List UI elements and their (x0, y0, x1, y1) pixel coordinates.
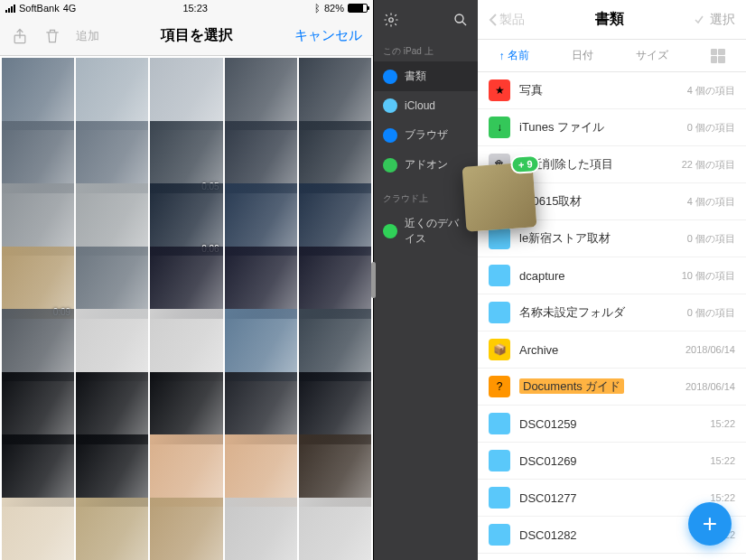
carrier-label: SoftBank (19, 3, 60, 14)
photo-thumb[interactable] (225, 247, 297, 319)
file-row[interactable]: DSC0126915:22 (478, 443, 746, 480)
sidebar-item[interactable]: 近くのデバイス (374, 209, 478, 254)
file-row[interactable]: 名称未設定フォルダ0 個の項目 (478, 294, 746, 331)
file-row[interactable]: ↓iTunes ファイル0 個の項目 (478, 109, 746, 146)
photo-thumb[interactable]: 0:09 (2, 247, 74, 319)
file-row[interactable]: ★写真4 個の項目 (478, 72, 746, 109)
file-row[interactable]: dcapture10 個の項目 (478, 257, 746, 294)
file-name: Archive (519, 343, 676, 357)
photo-thumb[interactable] (225, 434, 297, 507)
photo-thumb[interactable]: 0:05 (150, 121, 222, 193)
sort-name[interactable]: ↑ 名前 (499, 48, 529, 63)
file-row[interactable]: ?Documents ガイド2018/06/14 (478, 369, 746, 406)
network-label: 4G (63, 3, 77, 14)
photo-thumb[interactable] (76, 434, 148, 507)
photo-thumb[interactable] (225, 58, 297, 130)
photo-thumb[interactable] (2, 58, 74, 130)
add-label[interactable]: 追加 (76, 28, 99, 44)
content-header: 製品 書類 選択 (478, 0, 746, 40)
sidebar: この iPad 上 書類iCloudブラウザアドオン クラウド上 近くのデバイス (374, 0, 478, 560)
search-icon[interactable] (452, 12, 469, 28)
status-bar: SoftBank 4G 15:23 ᛒ 82% (0, 0, 373, 16)
sidebar-item[interactable]: iCloud (374, 91, 478, 120)
photo-thumb[interactable] (150, 58, 222, 130)
photo-thumb[interactable] (150, 434, 222, 507)
photo-thumb[interactable] (299, 498, 371, 561)
sidebar-item-label: iCloud (405, 99, 435, 112)
photo-thumb[interactable] (76, 121, 148, 193)
photo-thumb[interactable] (76, 372, 148, 444)
file-name: DSC01282 (519, 528, 701, 542)
sidebar-item-icon (383, 158, 397, 173)
photo-thumb[interactable] (76, 183, 148, 256)
file-row[interactable]: DSC0125915:22 (478, 406, 746, 443)
photo-thumb[interactable] (2, 121, 74, 193)
photo-thumb[interactable] (299, 372, 371, 444)
documents-app: この iPad 上 書類iCloudブラウザアドオン クラウド上 近くのデバイス… (373, 0, 746, 560)
photo-thumb[interactable] (150, 247, 222, 319)
sort-size[interactable]: サイズ (636, 48, 668, 63)
signal-icon (5, 5, 15, 13)
file-icon (489, 487, 510, 509)
view-grid-icon[interactable] (711, 49, 725, 63)
cancel-button[interactable]: キャンセル (294, 27, 362, 44)
photo-thumb[interactable] (2, 434, 74, 507)
file-row[interactable]: 📦Archive2018/06/14 (478, 331, 746, 369)
photo-thumb[interactable] (299, 183, 371, 256)
file-icon (489, 265, 510, 286)
photo-thumb[interactable] (225, 498, 297, 561)
sort-date[interactable]: 日付 (572, 48, 593, 63)
photo-thumb[interactable] (76, 58, 148, 130)
sidebar-item[interactable]: 書類 (374, 61, 478, 91)
photo-thumb[interactable] (225, 309, 297, 381)
content-pane: 製品 書類 選択 ↑ 名前 日付 サイズ ★写真4 個の項目↓iTunes ファ… (478, 0, 746, 560)
drag-preview[interactable]: + 9 (462, 162, 537, 231)
photo-thumb[interactable] (299, 434, 371, 507)
share-icon[interactable] (11, 27, 29, 45)
add-fab[interactable]: + (688, 502, 732, 546)
photo-thumb[interactable] (150, 498, 222, 561)
photo-thumb[interactable] (150, 309, 222, 381)
photo-thumb[interactable] (2, 498, 74, 561)
file-meta: 15:22 (710, 455, 735, 466)
battery-pct: 82% (324, 3, 344, 14)
photo-thumb[interactable] (2, 309, 74, 381)
photo-thumb[interactable] (225, 372, 297, 444)
split-view-handle[interactable] (371, 262, 376, 298)
file-name: 最近削除した項目 (519, 156, 673, 173)
sidebar-item[interactable]: ブラウザ (374, 120, 478, 150)
settings-icon[interactable] (383, 12, 399, 28)
photo-thumb[interactable] (2, 372, 74, 444)
file-meta: 4 個の項目 (687, 84, 735, 98)
photo-thumb[interactable] (2, 183, 74, 256)
select-button[interactable]: 選択 (694, 12, 735, 28)
photo-thumb[interactable] (299, 309, 371, 381)
sidebar-item-icon (383, 98, 397, 113)
battery-icon (348, 4, 368, 13)
sidebar-item-label: 近くのデバイス (405, 216, 469, 247)
photo-thumb[interactable] (225, 121, 297, 193)
photo-thumb[interactable] (299, 58, 371, 130)
file-list[interactable]: ★写真4 個の項目↓iTunes ファイル0 個の項目🗑最近削除した項目22 個… (478, 72, 746, 560)
file-icon (489, 302, 510, 323)
photo-thumb[interactable] (76, 498, 148, 561)
photos-header: 追加 項目を選択 キャンセル (0, 16, 373, 56)
file-row[interactable]: DSC0128715:22 (478, 554, 746, 560)
photo-thumb[interactable] (76, 247, 148, 319)
photo-thumb[interactable] (76, 309, 148, 381)
photo-thumb[interactable]: 0:06 (150, 183, 222, 256)
file-meta: 0 個の項目 (687, 306, 735, 320)
file-icon (489, 524, 510, 546)
photos-app: SoftBank 4G 15:23 ᛒ 82% 追加 項目を選択 キャンセル 0… (0, 0, 373, 560)
photo-grid[interactable]: 0:050:060:09 (0, 56, 373, 560)
file-icon (489, 450, 510, 471)
photo-thumb[interactable] (225, 183, 297, 256)
file-icon (489, 228, 510, 249)
photo-thumb[interactable] (150, 372, 222, 444)
photo-thumb[interactable] (299, 247, 371, 319)
trash-icon[interactable] (43, 27, 61, 45)
photo-thumb[interactable] (299, 121, 371, 193)
checkmark-icon (694, 14, 704, 25)
file-name: 写真 (519, 82, 678, 98)
back-button[interactable]: 製品 (489, 12, 525, 28)
